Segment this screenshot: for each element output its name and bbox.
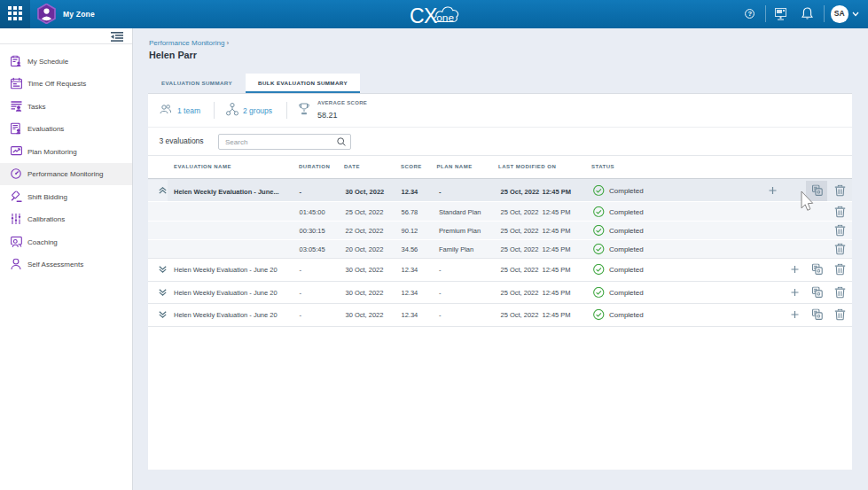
- svg-text:one: one: [436, 12, 454, 24]
- svg-text:CX: CX: [410, 4, 437, 25]
- svg-text:?: ?: [747, 10, 752, 18]
